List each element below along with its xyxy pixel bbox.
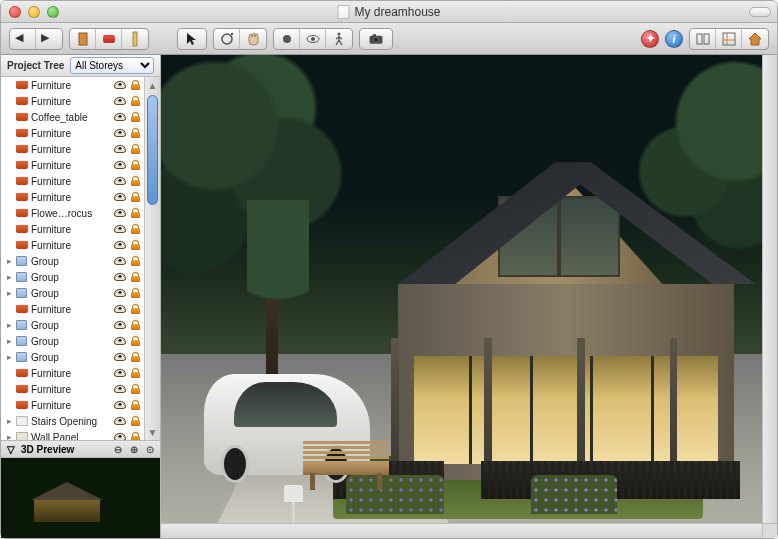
visibility-toggle[interactable]	[113, 289, 127, 297]
tree-row[interactable]: ▸Group	[1, 253, 144, 269]
info-button[interactable]: i	[665, 30, 683, 48]
visibility-toggle[interactable]	[113, 81, 127, 89]
viewport-3d[interactable]	[161, 55, 777, 538]
lock-toggle[interactable]	[128, 416, 142, 426]
lock-toggle[interactable]	[128, 208, 142, 218]
tree-row[interactable]: ▸Group	[1, 333, 144, 349]
lock-toggle[interactable]	[128, 96, 142, 106]
visibility-toggle[interactable]	[113, 385, 127, 393]
alert-button[interactable]: ✦	[641, 30, 659, 48]
disclosure-triangle-icon[interactable]: ▸	[5, 321, 14, 330]
tree-row[interactable]: ▸Group	[1, 317, 144, 333]
visibility-toggle[interactable]	[113, 113, 127, 121]
library-sofa-button[interactable]	[96, 29, 122, 49]
tree-row[interactable]: Furniture	[1, 221, 144, 237]
close-icon[interactable]	[9, 6, 21, 18]
preview-header[interactable]: ▽ 3D Preview ⊖ ⊕ ⊙	[1, 440, 160, 458]
storey-select[interactable]: All Storeys	[70, 57, 154, 74]
lock-toggle[interactable]	[128, 352, 142, 362]
lock-toggle[interactable]	[128, 144, 142, 154]
scroll-thumb[interactable]	[147, 95, 158, 205]
zoom-icon[interactable]	[47, 6, 59, 18]
nav-forward-button[interactable]: ▶	[36, 29, 62, 49]
tree-row[interactable]: Furniture	[1, 301, 144, 317]
tree-scrollbar[interactable]: ▲ ▼	[144, 77, 160, 440]
tree-row[interactable]: ▸Stairs Opening	[1, 413, 144, 429]
disclosure-triangle-icon[interactable]: ▸	[5, 353, 14, 362]
disclosure-triangle-icon[interactable]: ▸	[5, 273, 14, 282]
view-home-button[interactable]	[742, 29, 768, 49]
visibility-toggle[interactable]	[113, 241, 127, 249]
visibility-toggle[interactable]	[113, 225, 127, 233]
lock-toggle[interactable]	[128, 256, 142, 266]
scroll-up-button[interactable]: ▲	[145, 77, 160, 93]
nav-back-button[interactable]: ◀	[10, 29, 36, 49]
tree-row[interactable]: Furniture	[1, 157, 144, 173]
zoom-out-icon[interactable]: ⊖	[114, 444, 122, 455]
lock-toggle[interactable]	[128, 304, 142, 314]
tree-row[interactable]: Coffee_table	[1, 109, 144, 125]
visibility-toggle[interactable]	[113, 257, 127, 265]
zoom-in-icon[interactable]: ⊕	[130, 444, 138, 455]
visibility-toggle[interactable]	[113, 305, 127, 313]
preview-3d[interactable]	[1, 458, 160, 538]
lock-toggle[interactable]	[128, 384, 142, 394]
disclosure-triangle-icon[interactable]: ▸	[5, 289, 14, 298]
lock-toggle[interactable]	[128, 176, 142, 186]
tree-row[interactable]: Furniture	[1, 237, 144, 253]
minimize-icon[interactable]	[28, 6, 40, 18]
visibility-toggle[interactable]	[113, 337, 127, 345]
visibility-toggle[interactable]	[113, 209, 127, 217]
visibility-toggle[interactable]	[113, 273, 127, 281]
visibility-toggle[interactable]	[113, 321, 127, 329]
viewport-vscroll[interactable]	[762, 55, 777, 523]
tree-row[interactable]: Furniture	[1, 397, 144, 413]
lock-toggle[interactable]	[128, 80, 142, 90]
viewport-hscroll[interactable]	[161, 523, 762, 538]
tree-row[interactable]: ▸Group	[1, 269, 144, 285]
disclosure-triangle-icon[interactable]: ▸	[5, 337, 14, 346]
visibility-toggle[interactable]	[113, 177, 127, 185]
orbit-button[interactable]	[214, 29, 240, 49]
tree-row[interactable]: Flowe…rocus	[1, 205, 144, 221]
lock-toggle[interactable]	[128, 320, 142, 330]
lock-toggle[interactable]	[128, 336, 142, 346]
lock-toggle[interactable]	[128, 128, 142, 138]
view-2d-button[interactable]	[690, 29, 716, 49]
lock-toggle[interactable]	[128, 240, 142, 250]
visibility-toggle[interactable]	[113, 161, 127, 169]
tree-row[interactable]: Furniture	[1, 381, 144, 397]
visibility-toggle[interactable]	[113, 417, 127, 425]
visibility-toggle[interactable]	[113, 433, 127, 440]
tree-row[interactable]: Furniture	[1, 93, 144, 109]
toolbar-toggle-pill[interactable]	[749, 7, 771, 17]
lock-toggle[interactable]	[128, 192, 142, 202]
lock-toggle[interactable]	[128, 272, 142, 282]
look-around-button[interactable]	[300, 29, 326, 49]
tree-row[interactable]: ▸Wall Panel	[1, 429, 144, 440]
select-tool-button[interactable]	[177, 28, 207, 50]
visibility-toggle[interactable]	[113, 129, 127, 137]
titlebar[interactable]: My dreamhouse	[1, 1, 777, 23]
visibility-toggle[interactable]	[113, 97, 127, 105]
disclosure-triangle-icon[interactable]: ▸	[5, 433, 14, 441]
visibility-toggle[interactable]	[113, 369, 127, 377]
tree-row[interactable]: Furniture	[1, 125, 144, 141]
walk-button[interactable]	[326, 29, 352, 49]
visibility-toggle[interactable]	[113, 353, 127, 361]
project-tree[interactable]: FurnitureFurnitureCoffee_tableFurnitureF…	[1, 77, 144, 440]
visibility-toggle[interactable]	[113, 145, 127, 153]
lock-toggle[interactable]	[128, 368, 142, 378]
tree-row[interactable]: Furniture	[1, 77, 144, 93]
scroll-down-button[interactable]: ▼	[145, 424, 160, 440]
lock-toggle[interactable]	[128, 288, 142, 298]
library-door-button[interactable]	[70, 29, 96, 49]
visibility-toggle[interactable]	[113, 401, 127, 409]
lock-toggle[interactable]	[128, 224, 142, 234]
lock-toggle[interactable]	[128, 432, 142, 440]
tree-row[interactable]: Furniture	[1, 189, 144, 205]
lock-toggle[interactable]	[128, 160, 142, 170]
visibility-toggle[interactable]	[113, 193, 127, 201]
zoom-fit-icon[interactable]: ⊙	[146, 444, 154, 455]
tree-row[interactable]: Furniture	[1, 141, 144, 157]
